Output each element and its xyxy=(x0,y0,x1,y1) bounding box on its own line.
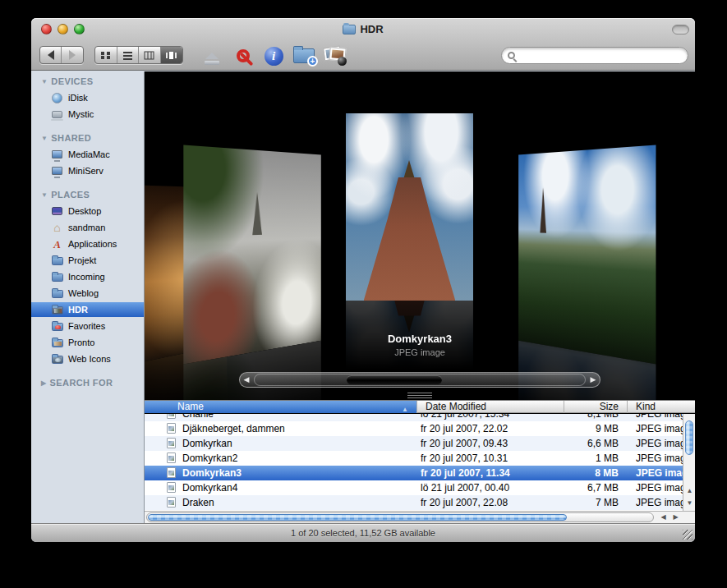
sidebar-item-favorites[interactable]: Favorites xyxy=(31,319,144,333)
sort-ascending-icon: ▲ xyxy=(402,403,408,413)
jpeg-document-icon xyxy=(167,482,176,493)
coverflow-caption: Domkyrkan3 JPEG image xyxy=(327,333,513,357)
web-icons-folder-icon xyxy=(51,353,63,365)
sidebar-item-mystic[interactable]: Mystic xyxy=(31,107,144,122)
column-header-name[interactable]: Name ▲ xyxy=(145,401,417,413)
search-field[interactable] xyxy=(501,47,688,64)
photos-app-button[interactable] xyxy=(322,44,348,67)
vertical-scroll-thumb[interactable] xyxy=(685,420,693,455)
table-row-djakneberget[interactable]: Djäkneberget, dammen fr 20 jul 2007, 22.… xyxy=(145,421,695,436)
sidebar-item-web-icons[interactable]: Web Icons xyxy=(31,351,144,366)
sidebar: ▼DEVICES iDisk Mystic ▼SHARED MediaMac M… xyxy=(31,71,145,523)
horizontal-scrollbar[interactable]: ◀ ▶ xyxy=(145,511,695,523)
plus-badge-icon: + xyxy=(307,56,318,67)
coverflow-view-icon xyxy=(165,51,177,60)
column-view-button[interactable] xyxy=(139,47,161,63)
coverflow-scroll-thumb[interactable] xyxy=(347,375,442,384)
sidebar-item-incoming[interactable]: Incoming xyxy=(31,269,144,284)
sidebar-section-devices[interactable]: ▼DEVICES xyxy=(31,74,144,89)
horizontal-scroll-track[interactable] xyxy=(146,512,654,522)
coverflow-scrollbar[interactable]: ◀ ▶ xyxy=(239,372,600,388)
icon-view-button[interactable] xyxy=(95,47,117,63)
list-view-button[interactable] xyxy=(117,47,140,63)
icon-view-icon xyxy=(100,51,111,60)
sidebar-item-applications[interactable]: AApplications xyxy=(31,237,144,251)
eject-icon xyxy=(205,46,219,59)
toolbar-toggle-pill[interactable] xyxy=(672,25,689,34)
coverflow-scroll-right-icon[interactable]: ▶ xyxy=(587,373,600,387)
table-row-domkyrkan2[interactable]: Domkyrkan2 fr 20 jul 2007, 10.31 1 MB JP… xyxy=(145,451,695,466)
favorites-folder-icon xyxy=(51,320,63,333)
cover-grey-church[interactable] xyxy=(183,145,321,365)
get-info-button[interactable]: i xyxy=(263,45,284,67)
file-list: Charlie lö 21 jul 2007, 15.34 8,1 MB JPE… xyxy=(145,414,695,511)
column-header-size[interactable]: Size xyxy=(564,401,628,413)
new-folder-button[interactable]: + xyxy=(291,45,317,67)
vertical-scrollbar[interactable]: ▲ ▼ xyxy=(683,414,695,511)
burn-restricted-button[interactable] xyxy=(232,45,254,67)
search-input[interactable] xyxy=(519,49,675,62)
coverflow-scroll-left-icon[interactable]: ◀ xyxy=(240,373,253,387)
folder-icon xyxy=(51,255,63,267)
forward-button[interactable] xyxy=(62,47,83,63)
sidebar-item-hdr[interactable]: HDR xyxy=(31,302,144,317)
eject-button[interactable] xyxy=(200,44,223,66)
back-button[interactable] xyxy=(40,47,62,63)
main-area: Domkyrkan3 JPEG image ◀ ▶ Name ▲ Date Mo… xyxy=(145,71,695,523)
info-icon: i xyxy=(265,47,283,66)
prohibited-icon xyxy=(237,49,250,62)
scroll-up-icon[interactable]: ▲ xyxy=(683,485,695,497)
disclosure-triangle-icon: ▼ xyxy=(41,135,48,142)
table-row-domkyrkan[interactable]: Domkyrkan fr 20 jul 2007, 09.43 6,6 MB J… xyxy=(145,436,695,451)
status-text: 1 of 20 selected, 11,52 GB available xyxy=(291,528,435,538)
scroll-down-icon[interactable]: ▼ xyxy=(683,498,695,509)
window-chrome: HDR xyxy=(31,18,695,71)
coverflow-resize-grip[interactable] xyxy=(407,393,432,400)
scroll-left-icon[interactable]: ◀ xyxy=(657,512,669,522)
cover-title: Domkyrkan3 xyxy=(327,333,513,345)
table-row-draken[interactable]: Draken fr 20 jul 2007, 22.08 7 MB JPEG i… xyxy=(145,495,695,510)
table-row-charlie[interactable]: Charlie lö 21 jul 2007, 15.34 8,1 MB JPE… xyxy=(145,414,695,421)
forward-icon xyxy=(69,50,81,60)
folder-icon xyxy=(51,287,63,300)
sidebar-section-places[interactable]: ▼PLACES xyxy=(31,187,144,202)
column-view-icon xyxy=(144,51,154,60)
column-header-kind[interactable]: Kind xyxy=(628,401,695,413)
desktop-icon xyxy=(51,205,63,218)
jpeg-document-icon xyxy=(167,414,176,419)
table-row-domkyrkan4[interactable]: Domkyrkan4 lö 21 jul 2007, 00.40 6,7 MB … xyxy=(145,480,695,495)
coverflow-scroll-track[interactable] xyxy=(254,374,586,386)
sidebar-section-shared[interactable]: ▼SHARED xyxy=(31,131,144,145)
disclosure-triangle-icon: ▼ xyxy=(41,78,48,85)
folder-icon xyxy=(51,271,63,283)
search-icon xyxy=(508,52,515,59)
cover-forest-spire[interactable] xyxy=(518,145,656,365)
horizontal-scroll-thumb[interactable] xyxy=(148,514,567,521)
sidebar-item-projekt[interactable]: Projekt xyxy=(31,253,144,268)
disclosure-triangle-icon: ▼ xyxy=(41,191,48,199)
sidebar-item-desktop[interactable]: Desktop xyxy=(31,204,144,218)
display-icon xyxy=(51,165,63,177)
idisk-icon xyxy=(51,92,63,104)
window-resize-grip[interactable] xyxy=(683,530,692,540)
sidebar-item-miniserv[interactable]: MiniServ xyxy=(31,163,144,178)
sidebar-item-idisk[interactable]: iDisk xyxy=(31,90,144,105)
window-title: HDR xyxy=(360,23,383,35)
coverflow-view-button[interactable] xyxy=(161,47,182,63)
table-row-domkyrkan3-selected[interactable]: Domkyrkan3 fr 20 jul 2007, 11.34 8 MB JP… xyxy=(145,466,695,480)
sidebar-item-pronto[interactable]: Pronto xyxy=(31,335,144,350)
titlebar: HDR xyxy=(31,23,695,36)
new-folder-icon: + xyxy=(293,48,315,63)
cover-domkyrkan3-selected[interactable] xyxy=(346,113,473,301)
column-header-date-modified[interactable]: Date Modified xyxy=(417,401,564,413)
back-icon xyxy=(43,50,54,60)
status-bar: 1 of 20 selected, 11,52 GB available xyxy=(31,523,695,542)
display-icon xyxy=(51,149,63,161)
sidebar-section-search-for[interactable]: ▶SEARCH FOR xyxy=(31,375,144,390)
scroll-right-icon[interactable]: ▶ xyxy=(669,512,682,522)
sidebar-item-weblog[interactable]: Weblog xyxy=(31,286,144,301)
sidebar-item-mediamac[interactable]: MediaMac xyxy=(31,147,144,162)
nav-buttons xyxy=(39,46,84,64)
finder-window: HDR xyxy=(31,18,695,542)
sidebar-item-sandman[interactable]: ⌂sandman xyxy=(31,220,144,235)
